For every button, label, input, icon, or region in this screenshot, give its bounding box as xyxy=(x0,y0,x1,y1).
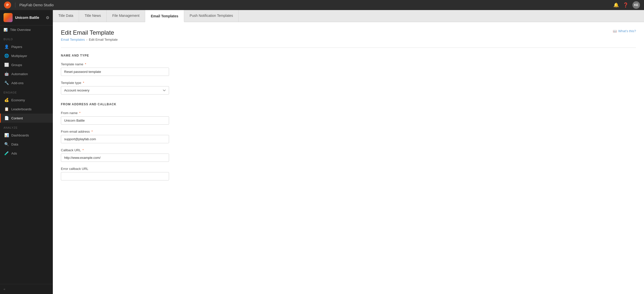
build-section-label: BUILD xyxy=(0,34,53,42)
groups-label: Groups xyxy=(11,63,22,67)
addons-label: Add-ons xyxy=(11,81,23,85)
leaderboards-label: Leaderboards xyxy=(11,107,31,111)
from-email-group: From email address * xyxy=(61,130,636,143)
book-icon: 📖 xyxy=(613,29,617,33)
template-name-input[interactable] xyxy=(61,68,169,76)
from-email-label: From email address * xyxy=(61,130,636,133)
sidebar-item-title-overview[interactable]: 📊 Title Overview xyxy=(0,25,53,34)
name-and-type-section: NAME AND TYPE Template name * Template t… xyxy=(61,54,636,94)
from-name-group: From name * xyxy=(61,111,636,125)
addons-icon: 🔧 xyxy=(4,81,9,85)
top-bar-divider xyxy=(15,3,15,8)
top-bar-icons: 🔔 ❓ KE xyxy=(613,1,640,9)
whats-this-button[interactable]: 📖 What's this? xyxy=(613,29,636,33)
breadcrumb-current: Edit Email Template xyxy=(89,38,118,41)
required-star-1: * xyxy=(85,62,86,66)
players-label: Players xyxy=(11,45,22,49)
groups-icon: ⬜ xyxy=(4,63,9,67)
main-layout: Unicorn Battle ⚙ 📊 Title Overview BUILD … xyxy=(0,10,644,294)
template-name-label: Template name * xyxy=(61,62,636,66)
section2-title: FROM ADDRESS AND CALLBACK xyxy=(61,103,636,106)
page-content: Edit Email Template 📖 What's this? Email… xyxy=(53,22,644,294)
tab-email-templates[interactable]: Email Templates xyxy=(145,10,184,22)
leaderboards-icon: 📋 xyxy=(4,107,9,111)
error-callback-url-group: Error callback URL xyxy=(61,167,636,180)
content-icon: 📄 xyxy=(4,116,9,120)
sidebar-item-data[interactable]: 🔍 Data xyxy=(0,140,53,149)
economy-label: Economy xyxy=(11,98,25,102)
sidebar-item-groups[interactable]: ⬜ Groups xyxy=(0,60,53,69)
page-title: Edit Email Template xyxy=(61,29,114,36)
help-icon[interactable]: ❓ xyxy=(623,2,628,8)
multiplayer-label: Multiplayer xyxy=(11,54,27,58)
app-title: PlayFab Demo Studio xyxy=(19,3,611,7)
sidebar-item-addons[interactable]: 🔧 Add-ons xyxy=(0,78,53,87)
sidebar: Unicorn Battle ⚙ 📊 Title Overview BUILD … xyxy=(0,10,53,294)
from-name-input[interactable] xyxy=(61,116,169,125)
sidebar-collapse-button[interactable]: « xyxy=(0,284,53,294)
ads-label: Ads xyxy=(11,152,17,155)
game-name: Unicorn Battle xyxy=(15,16,39,20)
template-type-group: Template type * Account recovery Custom xyxy=(61,81,636,94)
settings-icon[interactable]: ⚙ xyxy=(46,15,49,20)
breadcrumb-separator: › xyxy=(86,38,87,41)
required-star-4: * xyxy=(92,130,93,133)
data-icon: 🔍 xyxy=(4,142,9,146)
template-type-select[interactable]: Account recovery Custom xyxy=(61,86,169,94)
breadcrumb: Email Templates › Edit Email Template xyxy=(61,38,636,41)
automation-icon: 🤖 xyxy=(4,72,9,76)
engage-section-label: ENGAGE xyxy=(0,87,53,95)
dashboards-icon: 📊 xyxy=(4,133,9,137)
callback-url-group: Callback URL * xyxy=(61,148,636,162)
section1-title: NAME AND TYPE xyxy=(61,54,636,57)
multiplayer-icon: 🌐 xyxy=(4,54,9,58)
tab-file-management[interactable]: File Management xyxy=(107,10,145,22)
whats-this-label: What's this? xyxy=(618,29,636,33)
notification-icon[interactable]: 🔔 xyxy=(613,2,619,8)
from-name-label: From name * xyxy=(61,111,636,115)
error-callback-url-label: Error callback URL xyxy=(61,167,636,171)
chart-icon: 📊 xyxy=(4,28,8,32)
sidebar-item-content[interactable]: 📄 Content xyxy=(0,114,53,123)
sidebar-item-leaderboards[interactable]: 📋 Leaderboards xyxy=(0,105,53,114)
required-star-5: * xyxy=(83,148,84,152)
sidebar-item-multiplayer[interactable]: 🌐 Multiplayer xyxy=(0,51,53,60)
from-address-section: FROM ADDRESS AND CALLBACK From name * Fr… xyxy=(61,103,636,180)
automation-label: Automation xyxy=(11,72,28,76)
app-logo: P xyxy=(4,2,11,9)
tab-push-notifications[interactable]: Push Notification Templates xyxy=(184,10,239,22)
ads-icon: 🧪 xyxy=(4,151,9,156)
tab-title-news[interactable]: Title News xyxy=(79,10,107,22)
error-callback-url-input[interactable] xyxy=(61,172,169,180)
sidebar-item-economy[interactable]: 💰 Economy xyxy=(0,95,53,105)
sidebar-item-ads[interactable]: 🧪 Ads xyxy=(0,149,53,158)
template-type-label: Template type * xyxy=(61,81,636,85)
top-bar: P PlayFab Demo Studio 🔔 ❓ KE xyxy=(0,0,644,10)
overview-label: Title Overview xyxy=(10,28,31,32)
user-avatar[interactable]: KE xyxy=(632,1,640,9)
economy-icon: 💰 xyxy=(4,98,9,102)
callback-url-input[interactable] xyxy=(61,154,169,162)
from-email-input[interactable] xyxy=(61,135,169,143)
section-divider xyxy=(61,47,636,48)
analyze-section-label: ANALYZE xyxy=(0,123,53,131)
callback-url-label: Callback URL * xyxy=(61,148,636,152)
required-star-2: * xyxy=(83,81,84,85)
sidebar-item-players[interactable]: 👤 Players xyxy=(0,42,53,51)
data-label: Data xyxy=(11,142,18,146)
page-header: Edit Email Template 📖 What's this? xyxy=(61,29,636,36)
collapse-icon: « xyxy=(4,287,5,291)
sidebar-item-automation[interactable]: 🤖 Automation xyxy=(0,69,53,78)
sidebar-game: Unicorn Battle ⚙ xyxy=(0,10,53,25)
game-icon xyxy=(4,13,13,22)
players-icon: 👤 xyxy=(4,44,9,49)
tab-bar: Title Data Title News File Management Em… xyxy=(53,10,644,22)
breadcrumb-link[interactable]: Email Templates xyxy=(61,38,85,41)
required-star-3: * xyxy=(79,111,80,115)
tab-title-data[interactable]: Title Data xyxy=(53,10,79,22)
sidebar-item-dashboards[interactable]: 📊 Dashboards xyxy=(0,131,53,140)
content-area: Title Data Title News File Management Em… xyxy=(53,10,644,294)
template-name-group: Template name * xyxy=(61,62,636,76)
content-label: Content xyxy=(11,116,23,120)
dashboards-label: Dashboards xyxy=(11,133,29,137)
